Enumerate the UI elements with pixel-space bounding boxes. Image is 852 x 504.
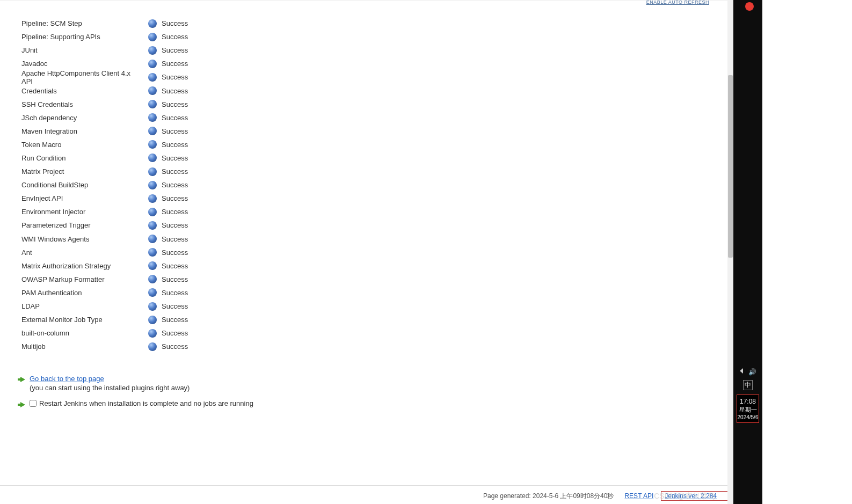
plugin-name: WMI Windows Agents [21, 235, 148, 243]
status-text: Success [162, 275, 188, 283]
plugin-row: Pipeline: SCM StepSuccess [21, 17, 733, 30]
clock-time: 17:08 [738, 398, 759, 405]
page-scrollbar[interactable] [727, 0, 733, 504]
plugin-status: Success [148, 19, 188, 28]
plugin-name: SSH Credentials [21, 100, 148, 108]
plugin-name: Matrix Authorization Strategy [21, 262, 148, 270]
plugin-name: Ant [21, 249, 148, 257]
plugin-row: AntSuccess [21, 246, 733, 259]
status-text: Success [162, 181, 188, 189]
plugin-status: Success [148, 140, 188, 149]
status-text: Success [162, 73, 188, 81]
plugin-row: Matrix ProjectSuccess [21, 165, 733, 178]
restart-jenkins-checkbox[interactable] [30, 400, 37, 407]
plugin-row: Environment InjectorSuccess [21, 205, 733, 218]
plugin-name: LDAP [21, 302, 148, 310]
plugin-status: Success [148, 73, 188, 82]
plugin-row: JavadocSuccess [21, 57, 733, 70]
plugin-row: WMI Windows AgentsSuccess [21, 232, 733, 246]
status-text: Success [162, 342, 188, 350]
plugin-name: PAM Authentication [21, 289, 148, 297]
plugin-row: Parameterized TriggerSuccess [21, 218, 733, 232]
status-ball-icon [148, 100, 157, 108]
status-text: Success [162, 46, 188, 54]
status-text: Success [162, 19, 188, 27]
status-text: Success [162, 194, 188, 202]
plugin-row: Token MacroSuccess [21, 138, 733, 151]
plugin-name: Matrix Project [21, 167, 148, 176]
chevron-left-icon[interactable] [740, 368, 743, 374]
status-ball-icon [148, 60, 157, 68]
status-text: Success [162, 33, 188, 41]
status-ball-icon [148, 33, 157, 41]
plugin-name: Parameterized Trigger [21, 221, 148, 229]
plugin-status-list: Pipeline: SCM StepSuccessPipeline: Suppo… [21, 17, 733, 353]
plugin-status: Success [148, 221, 188, 230]
rest-api-link[interactable]: REST API [624, 492, 653, 500]
plugin-status: Success [148, 248, 188, 257]
plugin-status: Success [148, 316, 188, 324]
status-ball-icon [148, 302, 157, 311]
plugin-row: LDAPSuccess [21, 300, 733, 313]
plugin-name: Apache HttpComponents Client 4.x API [21, 69, 148, 85]
plugin-name: built-on-column [21, 329, 148, 337]
plugin-status: Success [148, 275, 188, 283]
status-text: Success [162, 262, 188, 270]
status-ball-icon [148, 113, 157, 122]
arrow-icon [20, 377, 25, 382]
status-text: Success [162, 249, 188, 257]
plugin-name: Token Macro [21, 141, 148, 149]
main-content: ENABLE AUTO REFRESH Pipeline: SCM StepSu… [0, 0, 733, 504]
status-ball-icon [148, 140, 157, 149]
plugin-row: Apache HttpComponents Client 4.x APISucc… [21, 70, 733, 84]
clock-date: 2024/5/6 [738, 414, 759, 420]
status-text: Success [162, 114, 188, 122]
plugin-status: Success [148, 127, 188, 135]
status-ball-icon [148, 342, 157, 351]
plugin-row: JSch dependencySuccess [21, 111, 733, 125]
plugin-status: Success [148, 60, 188, 68]
go-back-subtext: (you can start using the installed plugi… [30, 384, 190, 392]
status-ball-icon [148, 261, 157, 270]
plugin-name: Maven Integration [21, 127, 148, 135]
status-text: Success [162, 302, 188, 310]
status-text: Success [162, 208, 188, 216]
enable-auto-refresh-link[interactable]: ENABLE AUTO REFRESH [646, 0, 709, 5]
status-text: Success [162, 316, 188, 324]
plugin-status: Success [148, 33, 188, 41]
plugin-row: Matrix Authorization StrategySuccess [21, 259, 733, 273]
status-ball-icon [148, 194, 157, 203]
plugin-name: Pipeline: Supporting APIs [21, 33, 148, 41]
plugin-row: CredentialsSuccess [21, 84, 733, 97]
plugin-row: built-on-columnSuccess [21, 326, 733, 340]
status-ball-icon [148, 248, 157, 257]
status-ball-icon [148, 86, 157, 95]
plugin-row: PAM AuthenticationSuccess [21, 286, 733, 300]
status-text: Success [162, 127, 188, 135]
restart-jenkins-label[interactable]: Restart Jenkins when installation is com… [39, 399, 253, 407]
plugin-status: Success [148, 261, 188, 270]
status-ball-icon [148, 73, 157, 82]
status-ball-icon [148, 46, 157, 55]
scrollbar-thumb[interactable] [728, 75, 733, 258]
plugin-name: Conditional BuildStep [21, 181, 148, 189]
plugin-name: Multijob [21, 342, 148, 350]
status-ball-icon [148, 288, 157, 297]
status-text: Success [162, 329, 188, 337]
ime-indicator[interactable]: 中 [743, 380, 753, 390]
system-clock[interactable]: 17:08 星期一 2024/5/6 [737, 395, 760, 423]
go-back-top-link[interactable]: Go back to the top page [30, 375, 190, 383]
plugin-row: MultijobSuccess [21, 340, 733, 353]
system-right-rail: 🔊 中 17:08 星期一 2024/5/6 [733, 0, 762, 504]
jenkins-version-link[interactable]: Jenkins ver. 2.284 [665, 492, 717, 500]
plugin-row: OWASP Markup FormatterSuccess [21, 273, 733, 286]
plugin-name: Run Condition [21, 154, 148, 162]
plugin-row: Run ConditionSuccess [21, 151, 733, 165]
plugin-name: JSch dependency [21, 114, 148, 122]
volume-icon[interactable]: 🔊 [748, 368, 756, 376]
status-ball-icon [148, 221, 157, 230]
plugin-row: JUnitSuccess [21, 43, 733, 57]
status-ball-icon [148, 235, 157, 243]
plugin-status: Success [148, 288, 188, 297]
status-ball-icon [148, 127, 157, 135]
